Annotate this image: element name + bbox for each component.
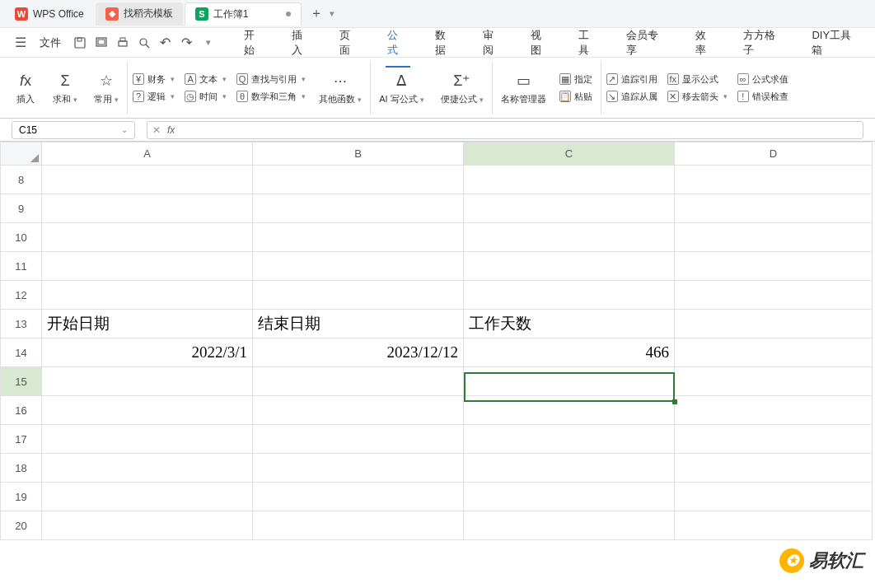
tab-insert[interactable]: 插入 xyxy=(290,25,315,61)
cell[interactable] xyxy=(42,425,253,454)
col-header-B[interactable]: B xyxy=(253,142,464,166)
row-header[interactable]: 15 xyxy=(1,367,42,396)
row-header[interactable]: 14 xyxy=(1,338,42,367)
cell[interactable] xyxy=(464,483,675,511)
tab-home[interactable]: 开始 xyxy=(242,25,267,61)
formula-input-area[interactable]: ✕ fx xyxy=(147,121,863,139)
row-header[interactable]: 18 xyxy=(1,454,42,483)
cell[interactable] xyxy=(675,252,873,281)
file-menu[interactable]: 文件 xyxy=(33,35,68,50)
row-header[interactable]: 11 xyxy=(1,252,42,281)
cell[interactable] xyxy=(253,194,464,223)
remove-arrow-button[interactable]: ✕移去箭头▾ xyxy=(667,91,728,103)
cell[interactable] xyxy=(253,281,464,310)
cell[interactable] xyxy=(675,454,873,483)
cell[interactable] xyxy=(675,511,873,540)
tab-efficiency[interactable]: 效率 xyxy=(694,25,718,61)
tab-page[interactable]: 页面 xyxy=(338,25,363,61)
autosum-button[interactable]: Σ 求和 ▾ xyxy=(53,70,77,105)
menu-icon[interactable]: ☰ xyxy=(12,34,30,52)
tab-tools[interactable]: 工具 xyxy=(577,25,601,61)
cell[interactable] xyxy=(464,194,675,223)
cancel-icon[interactable]: ✕ xyxy=(152,124,161,136)
cell[interactable] xyxy=(42,281,253,310)
trace-dep-button[interactable]: ↘追踪从属 xyxy=(606,91,657,103)
cell-C14[interactable]: 466 xyxy=(464,338,675,367)
name-box[interactable]: C15 ⌄ xyxy=(12,121,135,139)
select-all-corner[interactable] xyxy=(1,142,42,166)
cell[interactable] xyxy=(253,252,464,281)
cell[interactable] xyxy=(464,396,675,425)
cell[interactable] xyxy=(253,396,464,425)
cell[interactable] xyxy=(675,338,873,367)
cell[interactable] xyxy=(42,396,253,425)
tab-diy[interactable]: DIY工具箱 xyxy=(810,25,863,61)
print-icon[interactable] xyxy=(114,34,132,52)
cell[interactable] xyxy=(253,367,464,396)
new-tab-button[interactable]: ＋ xyxy=(310,5,323,22)
cell[interactable] xyxy=(42,367,253,396)
error-check-button[interactable]: !错误检查 xyxy=(737,91,788,103)
cell[interactable] xyxy=(42,511,253,540)
cell[interactable] xyxy=(464,166,675,194)
col-header-D[interactable]: D xyxy=(675,142,873,166)
cell-C15-selected[interactable] xyxy=(464,367,675,396)
cell[interactable] xyxy=(675,281,873,310)
cell-B14[interactable]: 2023/12/12 xyxy=(253,338,464,367)
math-button[interactable]: θ数学和三角▾ xyxy=(236,91,306,103)
cell-B13[interactable]: 结束日期 xyxy=(253,310,464,338)
logic-button[interactable]: ?逻辑▾ xyxy=(133,91,175,103)
date-button[interactable]: ◷时间▾ xyxy=(185,91,227,103)
row-header[interactable]: 16 xyxy=(1,396,42,425)
tab-ffgz[interactable]: 方方格子 xyxy=(742,25,788,61)
row-header[interactable]: 17 xyxy=(1,425,42,454)
qat-dropdown-icon[interactable]: ▾ xyxy=(199,34,218,52)
cell-A13[interactable]: 开始日期 xyxy=(42,310,253,338)
common-button[interactable]: ☆ 常用 ▾ xyxy=(94,70,119,105)
row-header[interactable]: 10 xyxy=(1,223,42,252)
paste-button[interactable]: 📋粘贴 xyxy=(559,91,592,103)
lookup-button[interactable]: Q查找与引用▾ xyxy=(236,73,306,86)
cell[interactable] xyxy=(464,425,675,454)
cell[interactable] xyxy=(42,454,253,483)
col-header-C[interactable]: C xyxy=(464,142,675,166)
cell[interactable] xyxy=(253,483,464,511)
cell-A14[interactable]: 2022/3/1 xyxy=(42,338,253,367)
undo-icon[interactable]: ↶ xyxy=(157,34,175,52)
cell[interactable] xyxy=(675,310,873,338)
row-header[interactable]: 12 xyxy=(1,281,42,310)
tab-member[interactable]: 会员专享 xyxy=(625,25,671,61)
template-tab[interactable]: ◆ 找稻壳模板 xyxy=(96,2,183,26)
cell[interactable] xyxy=(675,166,873,194)
name-manager-button[interactable]: ▭ 名称管理器 xyxy=(501,70,546,105)
cell[interactable] xyxy=(675,367,873,396)
tab-view[interactable]: 视图 xyxy=(529,25,554,61)
other-fn-button[interactable]: ⋯ 其他函数 ▾ xyxy=(319,70,362,105)
cell[interactable] xyxy=(675,194,873,223)
row-header[interactable]: 9 xyxy=(1,194,42,223)
tab-dropdown-icon[interactable]: ▾ xyxy=(330,8,335,19)
document-tab[interactable]: S 工作簿1 xyxy=(185,2,302,26)
print-preview-icon[interactable] xyxy=(92,34,110,52)
row-header[interactable]: 19 xyxy=(1,483,42,511)
name-box-dropdown-icon[interactable]: ⌄ xyxy=(121,125,128,134)
save-icon[interactable] xyxy=(71,34,89,52)
find-icon[interactable] xyxy=(135,34,153,52)
tab-formula[interactable]: 公式 xyxy=(386,25,410,61)
cell[interactable] xyxy=(675,396,873,425)
row-header[interactable]: 8 xyxy=(1,166,42,194)
show-formula-button[interactable]: fx显示公式 xyxy=(667,73,728,86)
cell[interactable] xyxy=(253,511,464,540)
cell[interactable] xyxy=(464,252,675,281)
cell[interactable] xyxy=(253,454,464,483)
cell[interactable] xyxy=(675,425,873,454)
cell[interactable] xyxy=(42,483,253,511)
assign-button[interactable]: ▦指定 xyxy=(559,73,592,86)
tab-review[interactable]: 审阅 xyxy=(481,25,506,61)
tab-data[interactable]: 数据 xyxy=(433,25,458,61)
text-button[interactable]: A文本▾ xyxy=(185,73,227,86)
cell[interactable] xyxy=(675,483,873,511)
cell-C13[interactable]: 工作天数 xyxy=(464,310,675,338)
cell[interactable] xyxy=(42,223,253,252)
trace-ref-button[interactable]: ↗追踪引用 xyxy=(606,73,657,86)
